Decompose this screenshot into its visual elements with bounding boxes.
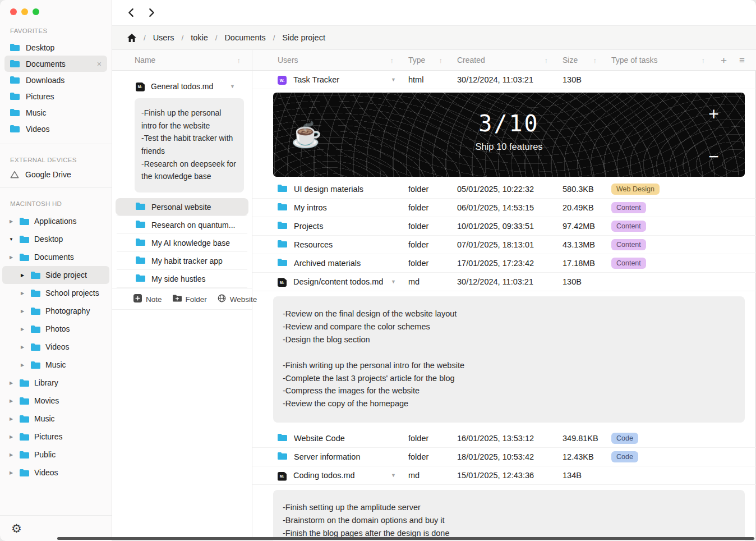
forward-button[interactable] — [149, 8, 155, 17]
table-row-my-intros[interactable]: My intros ▼ folder 06/01/2025, 14:53:15 … — [252, 199, 756, 217]
disclosure-arrow-icon[interactable]: ▶ — [8, 255, 15, 260]
chevron-down-icon[interactable]: ▼ — [230, 84, 243, 89]
increment-button[interactable]: + — [708, 107, 719, 122]
sidebar-item-documents[interactable]: Documents × — [4, 56, 107, 72]
chevron-down-icon[interactable]: ▼ — [391, 279, 408, 285]
disclosure-arrow-icon[interactable]: ▶ — [19, 327, 26, 332]
breadcrumb-documents[interactable]: Documents — [224, 33, 265, 42]
table-row-archived-materials[interactable]: Archived materials ▼ folder 17/01/2025, … — [252, 254, 756, 273]
table-row-website-code[interactable]: Website Code ▼ folder 16/01/2025, 13:53:… — [252, 429, 756, 448]
sort-asc-icon[interactable]: ↑ — [237, 56, 241, 65]
sort-asc-icon[interactable]: ↑ — [545, 56, 548, 65]
disclosure-arrow-icon[interactable]: ▶ — [8, 398, 15, 404]
column-header-users[interactable]: Users↑ — [252, 56, 408, 65]
list-item-research-on-quantum[interactable]: Research on quantum... ▼ — [116, 216, 248, 233]
new-note-button[interactable]: Note — [133, 294, 162, 304]
list-item-my-ai-knowledge-base[interactable]: My AI knowledge base ▼ — [116, 234, 248, 251]
table-row-task-tracker[interactable]: w. Task Tracker ▼ html 30/12/2024, 11:03… — [252, 71, 756, 89]
tree-item-photography[interactable]: ▶ Photography — [2, 302, 109, 320]
breadcrumb-side-project[interactable]: Side project — [282, 33, 325, 42]
tree-item-videos[interactable]: ▶ Videos — [2, 338, 109, 356]
tree-item-photos[interactable]: ▶ Photos — [2, 320, 109, 338]
sort-asc-icon[interactable]: ↑ — [593, 56, 597, 65]
close-icon[interactable]: × — [97, 60, 102, 68]
maximize-window-button[interactable] — [33, 8, 39, 15]
settings-gear-icon[interactable]: ⚙ — [11, 522, 22, 534]
markdown-file-icon: M↓ — [278, 472, 287, 481]
list-item-general-todos-md[interactable]: M↓ General todos.md ▼ — [116, 77, 248, 95]
disclosure-arrow-icon[interactable]: ▶ — [19, 273, 26, 278]
tree-item-videos[interactable]: ▶ Videos — [2, 464, 109, 482]
horizontal-scrollbar[interactable] — [57, 537, 754, 540]
sidebar-item-google-drive[interactable]: Google Drive — [0, 168, 112, 181]
disclosure-arrow-icon[interactable]: ▶ — [8, 219, 15, 224]
markdown-preview: -Finish setting up the amplitude server-… — [273, 490, 745, 541]
column-header-size[interactable]: Size↑ — [563, 56, 611, 65]
sort-asc-icon[interactable]: ↑ — [702, 56, 706, 65]
new-folder-button[interactable]: Folder — [173, 295, 207, 304]
column-header-created[interactable]: Created↑ — [457, 56, 563, 65]
sidebar-item-label: Documents — [26, 59, 66, 68]
table-row-server-information[interactable]: Server information ▼ folder 18/01/2025, … — [252, 448, 756, 466]
list-item-personal-website[interactable]: Personal website ▼ — [116, 198, 248, 216]
new-website-button[interactable]: Website — [218, 294, 257, 304]
sort-asc-icon[interactable]: ↑ — [390, 56, 394, 65]
column-header-type-of-tasks[interactable]: Type of tasks↑ — [611, 56, 720, 65]
table-row-resources[interactable]: Resources ▼ folder 07/01/2025, 18:13:01 … — [252, 236, 756, 254]
tree-item-school-projects[interactable]: ▶ School projects — [2, 284, 109, 302]
sidebar-item-pictures[interactable]: Pictures × — [4, 88, 107, 104]
chevron-down-icon[interactable]: ▼ — [391, 473, 408, 478]
table-body: w. Task Tracker ▼ html 30/12/2024, 11:03… — [252, 71, 756, 541]
table-menu-icon[interactable]: ≡ — [739, 56, 745, 65]
disclosure-arrow-icon[interactable]: ▶ — [19, 345, 26, 350]
name-column-header[interactable]: Name ↑ — [112, 50, 252, 71]
tree-item-public[interactable]: ▶ Public — [2, 446, 109, 464]
sidebar-item-label: Videos — [26, 125, 50, 134]
tree-item-pictures[interactable]: ▶ Pictures — [2, 428, 109, 446]
tree-item-side-project[interactable]: ▶ Side project — [2, 266, 109, 284]
column-header-label: Type — [408, 56, 425, 65]
disclosure-arrow-icon[interactable]: ▶ — [8, 470, 15, 475]
add-column-icon[interactable]: + — [721, 55, 727, 66]
file-name-cell: Website Code ▼ — [252, 434, 408, 443]
tree-item-label: Documents — [34, 253, 74, 262]
file-name-cell: Server information ▼ — [252, 452, 408, 461]
sidebar-item-videos[interactable]: Videos × — [4, 121, 107, 137]
table-row-projects[interactable]: Projects ▼ folder 10/01/2025, 09:33:51 9… — [252, 217, 756, 236]
tree-item-desktop[interactable]: ▼ Desktop — [2, 230, 109, 248]
disclosure-arrow-icon[interactable]: ▶ — [19, 363, 26, 368]
tree-item-movies[interactable]: ▶ Movies — [2, 392, 109, 410]
sidebar-item-desktop[interactable]: Desktop × — [4, 39, 107, 56]
sort-asc-icon[interactable]: ↑ — [439, 56, 443, 65]
disclosure-arrow-icon[interactable]: ▶ — [8, 452, 15, 457]
disclosure-arrow-icon[interactable]: ▶ — [8, 380, 15, 386]
table-row-ui-design-materials[interactable]: UI design materials ▼ folder 05/01/2025,… — [252, 180, 756, 199]
decrement-button[interactable]: − — [708, 150, 719, 164]
breadcrumb-users[interactable]: Users — [153, 33, 174, 42]
column-header-type[interactable]: Type↑ — [408, 56, 457, 65]
table-row-coding-todos-md[interactable]: M↓ Coding todos.md ▼ md 15/01/2025, 12:4… — [252, 466, 756, 485]
back-button[interactable] — [128, 8, 134, 17]
tree-item-music[interactable]: ▶ Music — [2, 410, 109, 428]
chevron-down-icon[interactable]: ▼ — [391, 77, 408, 82]
list-item-my-habit-tracker-app[interactable]: My habit tracker app ▼ — [116, 252, 248, 269]
disclosure-arrow-icon[interactable]: ▶ — [19, 309, 26, 314]
sidebar-item-music[interactable]: Music × — [4, 104, 107, 121]
tree-item-label: Photos — [45, 324, 70, 333]
list-item-my-side-hustles[interactable]: My side hustles ▼ — [116, 270, 248, 287]
tree-item-library[interactable]: ▶ Library — [2, 374, 109, 392]
home-icon[interactable] — [127, 34, 136, 42]
disclosure-arrow-icon[interactable]: ▶ — [19, 291, 26, 296]
breadcrumb-tokie[interactable]: tokie — [191, 33, 208, 42]
close-window-button[interactable] — [10, 8, 17, 15]
window-controls — [0, 0, 112, 22]
tree-item-documents[interactable]: ▶ Documents — [2, 248, 109, 266]
minimize-window-button[interactable] — [21, 8, 28, 15]
tree-item-applications[interactable]: ▶ Applications — [2, 212, 109, 230]
disclosure-arrow-icon[interactable]: ▶ — [8, 416, 15, 421]
disclosure-arrow-icon[interactable]: ▶ — [8, 434, 15, 439]
table-row-design-content-todos-md[interactable]: M↓ Design/content todos.md ▼ md 30/12/20… — [252, 273, 756, 291]
sidebar-item-downloads[interactable]: Downloads × — [4, 72, 107, 88]
tree-item-music[interactable]: ▶ Music — [2, 356, 109, 374]
disclosure-arrow-icon[interactable]: ▼ — [8, 237, 15, 242]
